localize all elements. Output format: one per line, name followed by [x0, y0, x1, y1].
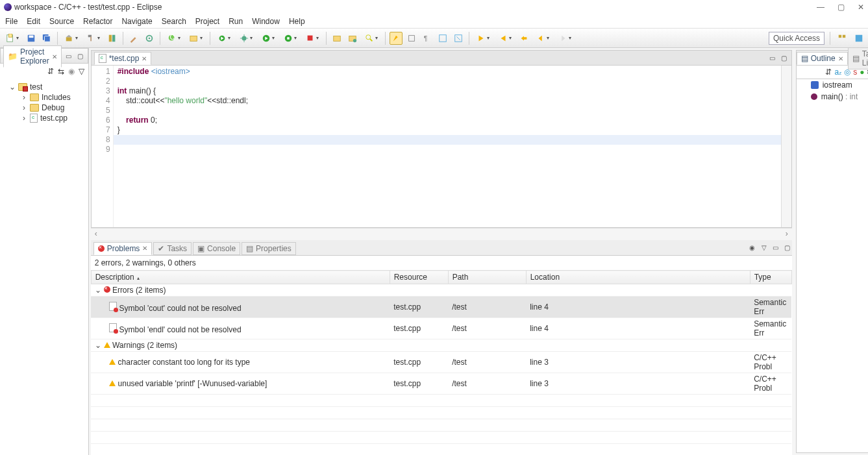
- back-button[interactable]: [533, 32, 552, 45]
- close-icon[interactable]: ✕: [52, 53, 57, 60]
- menu-window[interactable]: Window: [252, 17, 280, 26]
- close-icon[interactable]: ✕: [838, 55, 843, 62]
- menu-source[interactable]: Source: [49, 17, 74, 26]
- menu-navigate[interactable]: Navigate: [121, 17, 152, 26]
- zoom-button[interactable]: [452, 32, 465, 45]
- group-warnings[interactable]: ⌄ Warnings (2 items): [91, 339, 791, 352]
- focus-icon[interactable]: ◉: [748, 243, 757, 252]
- menu-search[interactable]: Search: [162, 17, 186, 26]
- svg-rect-45: [856, 34, 863, 42]
- forward-button[interactable]: [555, 32, 575, 45]
- minimize-icon[interactable]: ▭: [768, 53, 777, 62]
- menu-help[interactable]: Help: [289, 17, 305, 26]
- tab-properties[interactable]: ▤Properties: [242, 242, 296, 255]
- chevron-right-icon[interactable]: ›: [21, 103, 27, 112]
- open-element-button[interactable]: [346, 32, 359, 45]
- new-button[interactable]: [3, 32, 22, 45]
- group-errors[interactable]: ⌄ Errors (2 items): [91, 284, 791, 297]
- chevron-down-icon[interactable]: ⌄: [9, 82, 16, 92]
- relaunch-button[interactable]: [214, 32, 234, 45]
- next-annotation-button[interactable]: [473, 32, 493, 45]
- svg-rect-40: [524, 37, 527, 40]
- close-icon[interactable]: ✕: [142, 55, 147, 62]
- cpp-perspective-button[interactable]: [852, 32, 865, 45]
- menu-refactor[interactable]: Refactor: [83, 17, 112, 26]
- tab-problems[interactable]: Problems ✕: [93, 242, 153, 255]
- outline-tab[interactable]: ▤ Outline ✕: [797, 52, 848, 65]
- editor-tab-testcpp[interactable]: *test.cpp ✕: [94, 52, 152, 65]
- show-whitespace-button[interactable]: ¶: [421, 32, 434, 45]
- new-cpp-class-button[interactable]: C: [164, 32, 184, 45]
- col-type[interactable]: Type: [750, 271, 791, 284]
- toggle-word-wrap-button[interactable]: [436, 32, 449, 45]
- minimize-button[interactable]: —: [817, 3, 825, 12]
- editor-hscrollbar[interactable]: ‹›: [91, 228, 792, 238]
- chevron-right-icon[interactable]: ›: [21, 114, 27, 123]
- menu-run[interactable]: Run: [229, 17, 243, 26]
- problem-row[interactable]: character constant too long for its type…: [91, 352, 791, 373]
- collapse-all-icon[interactable]: ⇵: [47, 67, 54, 76]
- chevron-right-icon[interactable]: ›: [21, 93, 27, 102]
- manage-config-button[interactable]: [106, 32, 119, 45]
- maximize-icon[interactable]: ▢: [780, 53, 789, 62]
- tasklist-tab[interactable]: ▤ Task List: [848, 47, 868, 69]
- tab-tasks[interactable]: ✔Tasks: [153, 242, 192, 255]
- toggle-mark-button[interactable]: [390, 32, 403, 45]
- save-button[interactable]: [25, 32, 38, 45]
- editor-body[interactable]: 123456789 #include <iostream> int main()…: [91, 66, 792, 228]
- project-explorer-tab[interactable]: 📁 Project Explorer ✕: [3, 45, 62, 68]
- col-description[interactable]: Description▴: [91, 271, 390, 284]
- problem-row[interactable]: unused variable 'printf' [-Wunused-varia…: [91, 373, 791, 395]
- new-folder-button[interactable]: [186, 32, 206, 45]
- col-resource[interactable]: Resource: [390, 271, 448, 284]
- quick-access-input[interactable]: Quick Access: [769, 32, 825, 45]
- link-editor-icon[interactable]: ⇆: [58, 67, 64, 76]
- open-perspective-button[interactable]: [836, 32, 849, 45]
- maximize-icon[interactable]: ▢: [76, 51, 85, 60]
- debug-button[interactable]: [236, 32, 256, 45]
- target-button[interactable]: [143, 32, 156, 45]
- close-button[interactable]: ✕: [858, 3, 864, 12]
- folder-icon: [30, 104, 39, 112]
- focus-task-icon[interactable]: ◉: [68, 67, 75, 76]
- tree-item-debug[interactable]: › Debug: [1, 103, 87, 113]
- tab-console[interactable]: ▣Console: [193, 242, 240, 255]
- toggle-block-button[interactable]: [405, 32, 418, 45]
- svg-rect-26: [308, 35, 313, 40]
- editor-vscrollbar[interactable]: [781, 66, 791, 227]
- external-tools-button[interactable]: [303, 32, 322, 45]
- open-type-button[interactable]: [330, 32, 343, 45]
- outline-item-main[interactable]: main() : int: [797, 91, 868, 103]
- view-menu-icon[interactable]: ▽: [760, 243, 769, 252]
- profile-button[interactable]: [280, 32, 300, 45]
- close-icon[interactable]: ✕: [142, 245, 147, 252]
- run-button[interactable]: [258, 32, 278, 45]
- az-sort-icon[interactable]: az: [834, 68, 841, 77]
- save-all-button[interactable]: [40, 32, 53, 45]
- search-button[interactable]: [362, 32, 381, 45]
- col-path[interactable]: Path: [448, 271, 526, 284]
- maximize-icon[interactable]: ▢: [783, 243, 792, 252]
- build-button[interactable]: [62, 32, 81, 45]
- col-location[interactable]: Location: [526, 271, 750, 284]
- code-area[interactable]: #include <iostream> int main() { std::co…: [114, 66, 781, 227]
- tab-label: Properties: [256, 244, 291, 253]
- tree-item-includes[interactable]: › Includes: [1, 92, 87, 103]
- maximize-button[interactable]: ▢: [837, 3, 845, 12]
- tree-item-testcpp[interactable]: › test.cpp: [1, 113, 87, 123]
- outline-item-iostream[interactable]: iostream: [797, 79, 868, 91]
- menu-file[interactable]: File: [5, 17, 18, 26]
- menu-project[interactable]: Project: [195, 17, 219, 26]
- view-menu-icon[interactable]: ▽: [79, 67, 84, 76]
- problem-row[interactable]: Symbol 'endl' could not be resolvedtest.…: [91, 318, 791, 339]
- menu-edit[interactable]: Edit: [27, 17, 40, 26]
- tree-root[interactable]: ⌄ test: [1, 82, 87, 92]
- brush-icon[interactable]: [127, 32, 140, 45]
- sort-icon[interactable]: ⇵: [825, 68, 832, 77]
- last-edit-button[interactable]: [517, 32, 530, 45]
- hammer-button[interactable]: [84, 32, 103, 45]
- problem-row[interactable]: Symbol 'cout' could not be resolvedtest.…: [91, 297, 791, 318]
- minimize-icon[interactable]: ▭: [64, 51, 73, 60]
- minimize-icon[interactable]: ▭: [771, 243, 780, 252]
- prev-annotation-button[interactable]: [495, 32, 515, 45]
